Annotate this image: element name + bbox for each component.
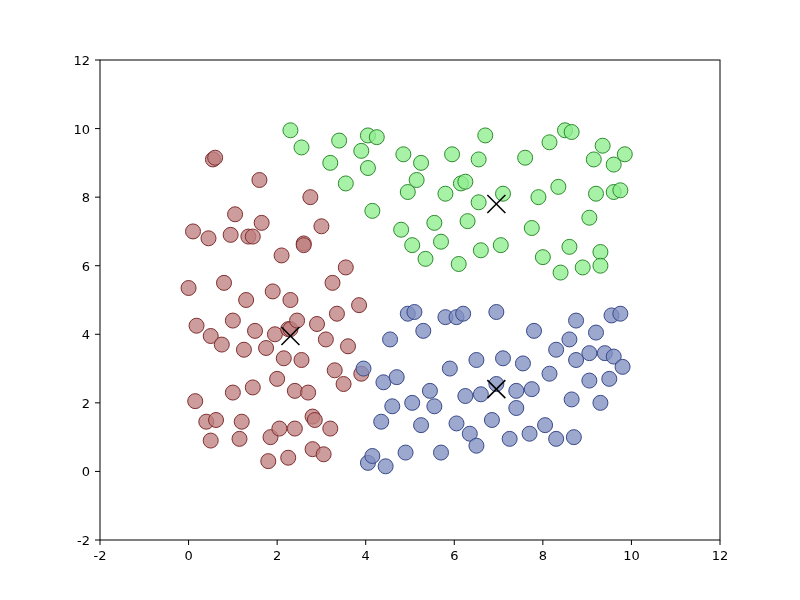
x-tick-label: 12: [712, 548, 729, 563]
cluster-green-point: [283, 123, 298, 138]
cluster-red-point: [181, 281, 196, 296]
cluster-blue-point: [385, 399, 400, 414]
cluster-blue-point: [527, 323, 542, 338]
cluster-blue-point: [389, 370, 404, 385]
cluster-red-point: [248, 323, 263, 338]
cluster-blue-point: [456, 306, 471, 321]
cluster-green-point: [575, 260, 590, 275]
y-tick-label: 8: [82, 190, 90, 205]
cluster-green-point: [451, 257, 466, 272]
cluster-blue-point: [509, 383, 524, 398]
cluster-blue-point: [407, 305, 422, 320]
cluster-green-point: [593, 258, 608, 273]
plot-area: [100, 60, 720, 540]
cluster-green-point: [542, 135, 557, 150]
cluster-blue-point: [569, 313, 584, 328]
cluster-blue-point: [378, 459, 393, 474]
cluster-blue-point: [405, 395, 420, 410]
cluster-blue-point: [484, 413, 499, 428]
x-tick-label: 4: [362, 548, 370, 563]
cluster-red-point: [276, 351, 291, 366]
cluster-red-point: [307, 413, 322, 428]
x-tick-label: 2: [273, 548, 281, 563]
cluster-blue-point: [582, 373, 597, 388]
cluster-red-point: [325, 275, 340, 290]
cluster-blue-point: [515, 356, 530, 371]
cluster-green-point: [478, 128, 493, 143]
cluster-red-point: [310, 317, 325, 332]
cluster-green-point: [551, 179, 566, 194]
cluster-red-point: [314, 219, 329, 234]
cluster-blue-point: [416, 323, 431, 338]
x-tick-label: 10: [623, 548, 640, 563]
cluster-green-point: [365, 203, 380, 218]
cluster-blue-point: [458, 389, 473, 404]
cluster-green-point: [535, 250, 550, 265]
cluster-blue-point: [566, 430, 581, 445]
cluster-red-point: [274, 248, 289, 263]
cluster-green-point: [458, 174, 473, 189]
cluster-green-point: [434, 234, 449, 249]
cluster-blue-point: [602, 371, 617, 386]
cluster-red-point: [259, 341, 274, 356]
cluster-red-point: [217, 275, 232, 290]
cluster-green-point: [613, 183, 628, 198]
cluster-red-point: [270, 371, 285, 386]
y-tick-label: 6: [82, 259, 90, 274]
y-tick-label: 10: [73, 122, 90, 137]
chart-canvas: -2024681012-2024681012: [0, 0, 800, 600]
cluster-red-point: [323, 421, 338, 436]
cluster-blue-point: [489, 305, 504, 320]
cluster-blue-point: [496, 351, 511, 366]
cluster-red-point: [236, 342, 251, 357]
cluster-blue-point: [427, 399, 442, 414]
cluster-red-point: [265, 284, 280, 299]
cluster-green-point: [471, 152, 486, 167]
cluster-blue-point: [509, 401, 524, 416]
cluster-green-point: [473, 243, 488, 258]
cluster-blue-point: [542, 366, 557, 381]
cluster-red-point: [186, 224, 201, 239]
cluster-green-point: [617, 147, 632, 162]
cluster-red-point: [225, 313, 240, 328]
cluster-red-point: [225, 385, 240, 400]
cluster-red-point: [290, 313, 305, 328]
cluster-blue-point: [414, 418, 429, 433]
cluster-blue-point: [564, 392, 579, 407]
cluster-red-point: [341, 339, 356, 354]
y-tick-label: 0: [82, 464, 90, 479]
x-tick-label: 0: [184, 548, 192, 563]
y-tick-label: 12: [73, 53, 90, 68]
cluster-red-point: [254, 215, 269, 230]
cluster-red-point: [283, 293, 298, 308]
cluster-blue-point: [589, 325, 604, 340]
cluster-green-point: [294, 140, 309, 155]
cluster-blue-point: [469, 353, 484, 368]
cluster-blue-point: [593, 395, 608, 410]
cluster-red-point: [287, 421, 302, 436]
cluster-green-point: [438, 186, 453, 201]
cluster-green-point: [595, 138, 610, 153]
cluster-blue-point: [569, 353, 584, 368]
cluster-red-point: [301, 385, 316, 400]
cluster-green-point: [409, 173, 424, 188]
cluster-blue-point: [376, 375, 391, 390]
cluster-red-point: [336, 377, 351, 392]
cluster-green-point: [332, 133, 347, 148]
cluster-blue-point: [524, 382, 539, 397]
cluster-red-point: [318, 332, 333, 347]
y-tick-label: -2: [77, 533, 90, 548]
cluster-blue-point: [398, 445, 413, 460]
cluster-blue-point: [615, 359, 630, 374]
cluster-green-point: [562, 239, 577, 254]
cluster-blue-point: [502, 431, 517, 446]
cluster-red-point: [201, 231, 216, 246]
cluster-red-point: [209, 413, 224, 428]
cluster-red-point: [203, 433, 218, 448]
cluster-red-point: [245, 380, 260, 395]
cluster-green-point: [582, 210, 597, 225]
cluster-red-point: [239, 293, 254, 308]
cluster-green-point: [323, 155, 338, 170]
cluster-green-point: [553, 265, 568, 280]
cluster-red-point: [214, 337, 229, 352]
